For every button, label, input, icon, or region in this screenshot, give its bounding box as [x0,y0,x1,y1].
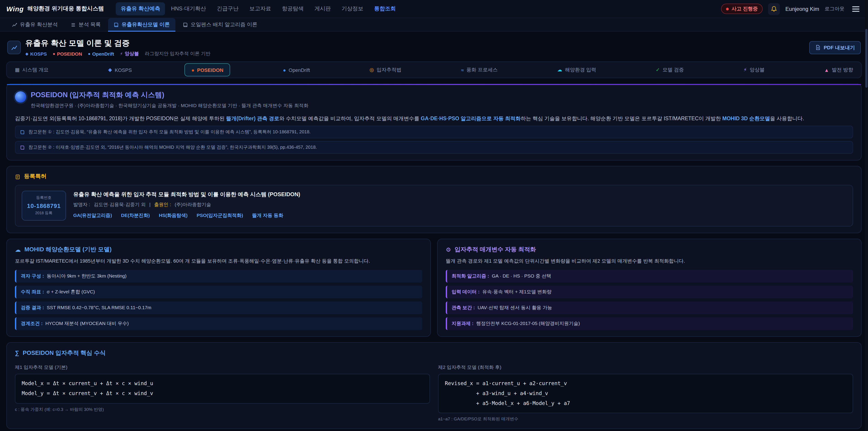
model2-code-block: Revised_x = a1·current_u + a2·current_v … [438,374,853,413]
formula-model-2: 제2 입자추적 모델 (최적화 후) Revised_x = a1·curren… [438,361,853,423]
model2-label: 제2 입자추적 모델 (최적화 후) [438,364,853,371]
patent-tags: GA(유전알고리즘) DE(차분진화) HS(화음탐색) PSO(입자군집최적화… [73,212,300,219]
book-icon [182,22,188,27]
tab-ocean-environment-input[interactable]: ☁해양환경 입력 [550,63,603,76]
dot-icon: ● [191,67,194,72]
patent-section-title: 등록특허 [24,173,46,180]
tag-ga[interactable]: GA(유전알고리즘) [73,212,112,219]
model1-code-block: Model_x = Δt × current_u + Δt × c × wind… [15,374,430,403]
subtab-spill-analysis[interactable]: 유출유 확산분석 [6,18,63,31]
reference-text: 참고문헌 ② : 이재호·임병준·김도연 외, “2016년 동아시아 해역의 … [29,144,317,151]
badge-kosps: ◆KOSPS [25,51,47,57]
clipboard-icon [15,174,20,179]
tab-opendrift[interactable]: ●OpenDrift [276,63,317,76]
poseidon-orb-icon [15,91,26,102]
patent-number-label: 등록번호 [27,195,61,201]
notifications-button[interactable] [768,3,780,15]
poseidon-section-title: POSEIDON (입자추적 최적화 예측 시스템) [31,90,309,100]
tab-kosps[interactable]: ◆KOSPS [101,63,138,76]
logout-button[interactable]: 로그아웃 [825,5,844,12]
dot-icon: ● [53,52,55,56]
model2-caption: a1~a7 : GA/DE/PSO로 최적화된 매개변수 [438,417,853,423]
patent-title: 유출유 확산 예측을 위한 입자 추적 모듈 최적화 방법 및 이를 이용한 예… [73,191,300,198]
menu-item-emergency-rescue[interactable]: 긴급구난 [212,2,243,16]
badge-ensemble: ⚡앙상블 [120,51,139,57]
subtab-analysis-list[interactable]: 분석 목록 [65,18,106,31]
meta-separator: | [149,202,151,208]
patent-detail-box: 등록번호 10-1868791 2018 등록 유출유 확산 예측을 위한 입자… [15,185,853,226]
hamburger-menu-button[interactable] [850,4,862,14]
book-icon [114,22,119,27]
top-navbar: Wing 해양환경 위기대응 통합시스템 유출유 확산예측 HNS·대기확산 긴… [0,0,868,18]
badge-opendrift: ●OpenDrift [88,51,114,57]
page-header: 유출유 확산 모델 이론 및 검증 ◆KOSPS ●POSEIDON ●Open… [7,38,861,57]
menu-item-integrated-view[interactable]: 통합조회 [369,2,401,16]
subtab-oil-fence-algorithm-theory[interactable]: 오일펜스 배치 알고리즘 이론 [177,18,263,31]
applicant-label: 출원인 : [154,202,171,208]
mohid-card: ☁ MOHID 해양순환모델 (기반 모델) 포르투갈 IST/MARETEC에… [6,239,431,337]
target-icon: ◎ [370,67,374,73]
tab-roadmap[interactable]: ▲발전 방향 [817,63,860,76]
menu-item-aerial-search[interactable]: 항공탐색 [277,2,309,16]
spec-row: 최적화 알고리즘 :GA · DE · HS · PSO 중 선택 [446,270,853,282]
incident-status-badge[interactable]: 사고 진행중 [721,4,763,14]
mohid-description: 포르투갈 IST/MARETEC에서 1985년부터 개발한 3D 수치 해양순… [15,257,422,265]
menu-item-oil-spill-forecast[interactable]: 유출유 확산예측 [116,2,165,16]
grid-icon: ▦ [15,67,20,73]
user-name[interactable]: Eunjeong Kim [785,6,819,12]
wave-icon: ≈ [461,67,464,72]
incident-dot-icon [726,7,729,10]
main-menu: 유출유 확산예측 HNS·대기확산 긴급구난 보고자료 항공탐색 게시판 기상정… [116,2,401,16]
dot-icon: ● [283,67,286,72]
optimization-description: 뜰개 관측 경로와 제1 모델 예측값의 단위시간별 변화량을 비교하여 제2 … [446,257,853,265]
formula-grid: 제1 입자추적 모델 (기본) Model_x = Δt × current_u… [15,361,853,423]
formula-title: POSEIDON 입자추적 핵심 수식 [23,349,106,357]
bell-icon [771,6,777,12]
tab-ensemble[interactable]: ⚡앙상블 [737,63,771,76]
spec-row: 경계조건 :HYCOM 재분석 (MYOCEAN 대비 우수) [15,317,422,330]
mohid-title: MOHID 해양순환모델 (기반 모델) [24,245,112,254]
scrollbar-thumb[interactable] [865,29,868,88]
diamond-icon: ◆ [108,67,112,73]
subtab-label: 유출유확산모델 이론 [122,21,170,28]
spec-row: 입력 데이터 :유속·풍속 벡터 + 제1모델 변화량 [446,286,853,298]
incident-label: 사고 진행중 [732,5,758,12]
vertical-scrollbar[interactable] [865,0,868,431]
optimization-title: 입자추적 매개변수 자동 최적화 [455,245,536,254]
subtab-diffusion-model-theory[interactable]: 유출유확산모델 이론 [108,18,175,31]
model1-label: 제1 입자추적 모델 (기본) [15,364,430,371]
page-title-block: 유출유 확산 모델 이론 및 검증 ◆KOSPS ●POSEIDON ●Open… [25,38,211,57]
menu-item-hns-atmospheric[interactable]: HNS·대기확산 [166,2,211,16]
tab-particle-tracking[interactable]: ◎입자추적법 [363,63,408,76]
mohid-highlight: MOHID 3D 순환모델 [722,116,770,121]
sigma-icon: ∑ [15,350,19,357]
bolt-icon: ⚡ [120,52,123,56]
spec-row: 격자 구성 :동아시아 9km + 한반도 3km (Nesting) [15,270,422,282]
patent-card: 등록특허 등록번호 10-1868791 2018 등록 유출유 확산 예측을 … [6,166,862,233]
cloud-icon: ☁ [557,67,562,73]
diamond-icon: ◆ [25,52,29,56]
tab-poseidon[interactable]: ●POSEIDON [185,63,230,76]
spec-row: 관측 보간 :UAV·선박 탑재 센서 동시 활용 가능 [446,302,853,314]
menu-item-weather-info[interactable]: 기상정보 [337,2,368,16]
patent-number: 10-1868791 [27,203,61,209]
tag-drifter-assimilation[interactable]: 뜰개 자동 동화 [252,212,283,219]
menu-item-reports[interactable]: 보고자료 [244,2,276,16]
tab-system-overview[interactable]: ▦시스템 개요 [8,63,55,76]
applicant-value: (주)아라종합기술 [175,202,211,208]
pdf-export-button[interactable]: PDF 내보내기 [809,41,861,54]
brand[interactable]: Wing 해양환경 위기대응 통합시스템 [6,5,104,13]
cloud-wave-icon: ☁ [15,246,21,253]
tab-weathering-process[interactable]: ≈풍화 프로세스 [454,63,504,76]
tag-hs[interactable]: HS(화음탐색) [159,212,188,219]
page-chart-icon [7,41,21,54]
menu-item-board[interactable]: 게시판 [309,2,336,16]
inventors-value: 김도연·김용묵·김중기 외 [94,202,146,208]
brand-title: 해양환경 위기대응 통합시스템 [27,5,104,13]
tag-de[interactable]: DE(차분진화) [121,212,150,219]
hero-title-block: POSEIDON (입자추적 최적화 예측 시스템) 한국해양환경연구원 · (… [31,90,309,109]
gear-icon: ⚙ [446,246,451,253]
tag-pso[interactable]: PSO(입자군집최적화) [197,212,243,219]
rocket-icon: ▲ [824,67,829,72]
tab-model-validation[interactable]: ✓모델 검증 [649,63,691,76]
